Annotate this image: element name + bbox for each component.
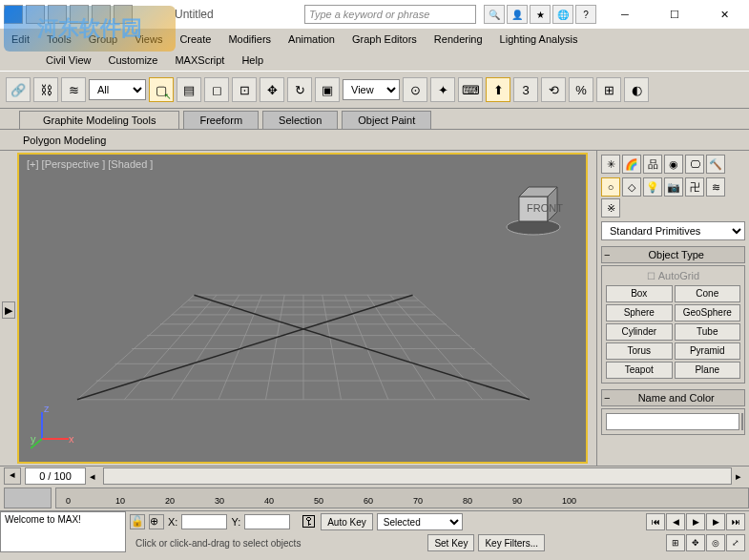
menu-animation[interactable]: Animation [281,31,343,47]
spacewarps-icon[interactable]: ≋ [706,177,725,197]
maximize-button[interactable]: ☐ [654,1,696,28]
scale-tool-icon[interactable]: ▣ [315,77,340,102]
menu-maxscript[interactable]: MAXScript [167,52,232,68]
object-type-header[interactable]: −Object Type [601,246,745,263]
select-by-name-icon[interactable]: ▤ [177,77,201,102]
maxscript-listener[interactable]: Welcome to MAX! [0,511,126,552]
menu-lighting[interactable]: Lighting Analysis [492,31,586,47]
cameras-icon[interactable]: 📷 [664,177,683,197]
ref-coord-dropdown[interactable]: View [343,79,400,100]
track-thumbnail[interactable] [4,487,52,508]
viewport-nav3-icon[interactable]: ◎ [706,534,725,551]
utilities-tab-icon[interactable]: 🔨 [706,155,725,174]
tab-graphite[interactable]: Graphite Modeling Tools [19,111,179,129]
slider-right-icon[interactable]: ▸ [736,470,749,483]
selection-filter-dropdown[interactable]: All [89,79,146,100]
autogrid-checkbox[interactable]: ☐ AutoGrid [606,270,740,281]
spinner-snap-icon[interactable]: % [569,77,593,102]
binoculars-icon[interactable]: 🔍 [484,5,505,24]
key-icon[interactable]: ⚿ [302,513,317,530]
tab-selection[interactable]: Selection [262,111,338,129]
rect-select-icon[interactable]: ◻ [204,77,229,102]
menu-create[interactable]: Create [172,31,218,47]
minimize-button[interactable]: ─ [604,1,646,28]
time-ruler[interactable]: 0 10 20 30 40 50 60 70 80 90 100 [55,487,749,508]
star-icon[interactable]: ★ [530,5,551,24]
menu-customize[interactable]: Customize [100,52,165,68]
unlink-icon[interactable]: ⛓ [33,77,58,102]
menu-rendering[interactable]: Rendering [427,31,490,47]
plane-button[interactable]: Plane [675,362,741,379]
window-crossing-icon[interactable]: ⊡ [232,77,257,102]
link-icon[interactable]: 🔗 [6,77,31,102]
lights-icon[interactable]: 💡 [643,177,662,197]
systems-icon[interactable]: ※ [601,198,620,218]
cone-button[interactable]: Cone [675,285,741,302]
object-color-swatch[interactable] [741,413,743,430]
cylinder-button[interactable]: Cylinder [606,323,673,341]
lock-icon[interactable]: 🔓 [130,514,145,529]
snap-toggle-icon[interactable]: ⬆ [486,77,510,102]
teapot-button[interactable]: Teapot [606,362,673,379]
box-button[interactable]: Box [606,285,673,302]
torus-button[interactable]: Torus [606,342,673,360]
abs-transform-icon[interactable]: ⊕ [149,514,164,529]
help-search-input[interactable]: Type a keyword or phrase [304,5,476,24]
prev-frame-icon[interactable]: ◀ [666,513,685,530]
modify-tab-icon[interactable]: 🌈 [622,155,641,174]
signin-icon[interactable]: 👤 [507,5,528,24]
menu-grapheditors[interactable]: Graph Editors [344,31,425,47]
x-input[interactable] [181,514,227,529]
goto-start-icon[interactable]: ⏮ [646,513,665,530]
rotate-tool-icon[interactable]: ↻ [287,77,312,102]
percent-snap-icon[interactable]: ⟲ [541,77,566,102]
pyramid-button[interactable]: Pyramid [675,342,741,360]
shapes-icon[interactable]: ◇ [622,177,641,197]
next-frame-icon[interactable]: ▶ [706,513,725,530]
slider-left-icon[interactable]: ◂ [90,470,103,483]
viewport-nav2-icon[interactable]: ✥ [686,534,705,551]
category-dropdown[interactable]: Standard Primitives [601,221,745,240]
angle-snap-icon[interactable]: 3 [513,77,538,102]
timeline-config-icon[interactable]: ◂ [4,467,21,485]
keyfilters-button[interactable]: Key Filters... [478,534,545,551]
object-name-input[interactable] [606,413,739,430]
name-color-header[interactable]: −Name and Color [601,389,745,406]
viewcube-icon[interactable]: FRONT [500,174,567,240]
keymode-icon[interactable]: ⌨ [458,77,483,102]
menu-help[interactable]: Help [234,52,271,68]
tab-objectpaint[interactable]: Object Paint [342,111,431,129]
menu-civilview[interactable]: Civil View [38,52,98,68]
setkey-button[interactable]: Set Key [427,534,474,551]
mirror-icon[interactable]: ◐ [624,77,649,102]
menu-modifiers[interactable]: Modifiers [220,31,279,47]
create-tab-icon[interactable]: ✳ [601,155,620,174]
autokey-button[interactable]: Auto Key [321,513,373,530]
helpers-icon[interactable]: 卍 [685,177,704,197]
geometry-icon[interactable]: ○ [601,177,620,197]
close-button[interactable]: ✕ [703,1,745,28]
tab-freeform[interactable]: Freeform [183,111,259,129]
motion-tab-icon[interactable]: ◉ [664,155,683,174]
viewport-expand-handle[interactable]: ▶ [2,301,15,319]
manipulate-icon[interactable]: ✦ [430,77,455,102]
time-slider[interactable] [103,467,732,485]
keymode-dropdown[interactable]: Selected [377,513,463,530]
perspective-viewport[interactable]: [+] [Perspective ] [Shaded ] [17,153,588,464]
y-input[interactable] [244,514,290,529]
sphere-button[interactable]: Sphere [606,304,673,321]
pivot-icon[interactable]: ⊙ [403,77,427,102]
help-icon[interactable]: ? [575,5,596,24]
viewport-nav1-icon[interactable]: ⊞ [666,534,685,551]
geosphere-button[interactable]: GeoSphere [675,304,741,321]
tube-button[interactable]: Tube [675,323,741,341]
hierarchy-tab-icon[interactable]: 品 [643,155,662,174]
display-tab-icon[interactable]: 🖵 [685,155,704,174]
select-tool-icon[interactable]: ▢↖ [149,77,174,102]
named-sel-icon[interactable]: ⊞ [596,77,621,102]
polygon-modeling-label[interactable]: Polygon Modeling [11,132,117,149]
bind-icon[interactable]: ≋ [61,77,86,102]
viewport-nav4-icon[interactable]: ⤢ [726,534,745,551]
play-icon[interactable]: ▶ [686,513,705,530]
goto-end-icon[interactable]: ⏭ [726,513,745,530]
